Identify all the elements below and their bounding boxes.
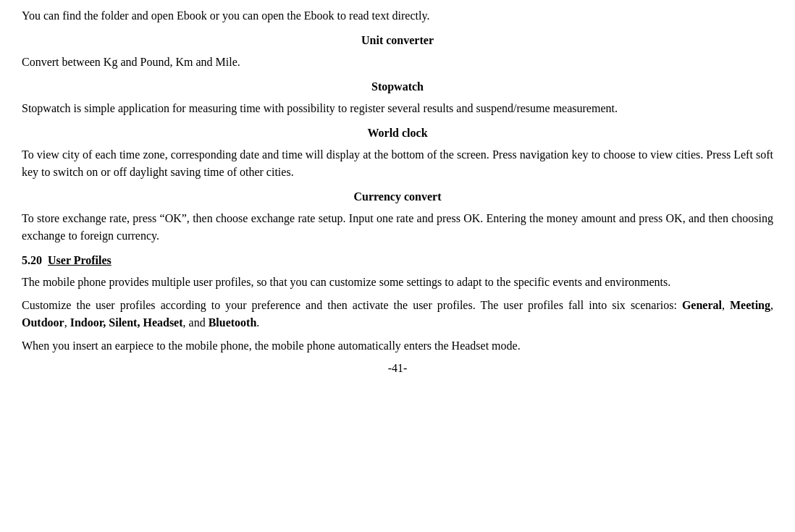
user-profiles-paragraph-2: Customize the user profiles according to… <box>22 297 773 332</box>
subsection-number: 5.20 <box>22 252 42 269</box>
currency-convert-heading: Currency convert <box>22 188 773 206</box>
user-profiles-paragraph-1: The mobile phone provides multiple user … <box>22 274 773 291</box>
user-profiles-heading: 5.20 User Profiles <box>22 252 773 269</box>
content-area: You can find the folder and open Ebook o… <box>22 7 773 375</box>
scenario-general: General <box>682 299 722 311</box>
unit-converter-paragraph: Convert between Kg and Pound, Km and Mil… <box>22 54 773 71</box>
scenario-indoor-silent-headset: Indoor, Silent, Headset <box>70 316 183 329</box>
world-clock-paragraph: To view city of each time zone, correspo… <box>22 146 773 181</box>
unit-converter-heading: Unit converter <box>22 32 773 49</box>
user-profiles-paragraph-3: When you insert an earpiece to the mobil… <box>22 337 773 355</box>
subsection-title: User Profiles <box>48 252 112 269</box>
intro-paragraph: You can find the folder and open Ebook o… <box>22 7 773 25</box>
currency-convert-paragraph: To store exchange rate, press “OK”, then… <box>22 210 773 245</box>
page-number: -41- <box>22 362 773 375</box>
world-clock-heading: World clock <box>22 124 773 142</box>
stopwatch-heading: Stopwatch <box>22 78 773 96</box>
scenario-meeting: Meeting <box>730 299 770 311</box>
scenario-bluetooth: Bluetooth <box>209 316 257 329</box>
stopwatch-paragraph: Stopwatch is simple application for meas… <box>22 100 773 117</box>
scenario-outdoor: Outdoor <box>22 316 64 329</box>
